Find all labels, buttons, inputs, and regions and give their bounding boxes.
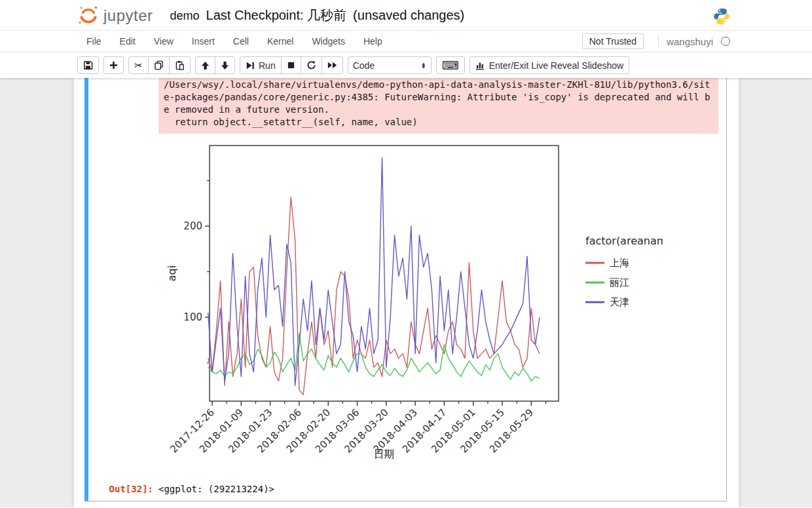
arrow-down-icon xyxy=(221,61,229,70)
menu-insert[interactable]: Insert xyxy=(183,36,224,47)
menu-kernel[interactable]: Kernel xyxy=(258,36,303,47)
move-cell-up-button[interactable] xyxy=(195,56,215,74)
notebook-container: object.__getattribute__(self, name) /Use… xyxy=(74,78,739,507)
svg-text:factor(areaname): factor(areaname) xyxy=(585,235,663,247)
not-trusted-button[interactable]: Not Trusted xyxy=(582,33,644,49)
add-cell-button[interactable] xyxy=(103,56,124,74)
divider xyxy=(658,35,659,48)
selected-code-cell[interactable]: object.__getattribute__(self, name) /Use… xyxy=(84,78,727,501)
slideshow-label: Enter/Exit Live Reveal Slideshow xyxy=(489,60,623,71)
command-palette-button[interactable]: ⌨ xyxy=(436,56,465,74)
stderr-output: object.__getattribute__(self, name) /Use… xyxy=(158,78,718,134)
header: jupyter demo Last Checkpoint: 几秒前 (unsav… xyxy=(0,0,812,31)
unsaved-changes-label: (unsaved changes) xyxy=(353,8,464,23)
move-cell-down-button[interactable] xyxy=(215,56,235,74)
svg-text:天津: 天津 xyxy=(610,296,629,308)
toolbar: ✂ xyxy=(0,52,812,78)
notebook-page: object.__getattribute__(self, name) /Use… xyxy=(0,78,812,507)
aqi-line-chart: 1002002017-12-262018-01-092018-01-232018… xyxy=(158,142,663,466)
select-arrows-icon: ▲▼ xyxy=(421,62,426,69)
interrupt-kernel-button[interactable] xyxy=(281,56,301,74)
cell-type-value: Code xyxy=(353,60,375,71)
output-prompt-empty xyxy=(88,142,158,469)
plus-icon xyxy=(109,61,118,69)
svg-text:上海: 上海 xyxy=(610,257,629,269)
python-logo-icon xyxy=(712,7,731,26)
out-prompt: Out[32]: xyxy=(88,483,158,496)
jupyter-planet-icon xyxy=(77,5,100,26)
arrow-up-icon xyxy=(201,61,210,70)
save-button[interactable] xyxy=(77,56,99,74)
menu-widgets[interactable]: Widgets xyxy=(303,36,354,47)
svg-text:200: 200 xyxy=(183,220,202,232)
svg-text:aqi: aqi xyxy=(166,265,178,281)
restart-kernel-button[interactable] xyxy=(301,56,322,74)
top-bar: jupyter demo Last Checkpoint: 几秒前 (unsav… xyxy=(0,0,812,78)
slideshow-button[interactable]: Enter/Exit Live Reveal Slideshow xyxy=(470,56,629,74)
menu-cell[interactable]: Cell xyxy=(224,36,258,47)
plot-output-row: 1002002017-12-262018-01-092018-01-232018… xyxy=(88,142,726,469)
save-icon xyxy=(83,60,93,70)
notebook-title[interactable]: demo Last Checkpoint: 几秒前 (unsaved chang… xyxy=(170,7,465,24)
copy-cell-button[interactable] xyxy=(148,56,170,74)
svg-text:丽江: 丽江 xyxy=(610,277,629,288)
username-label: wangshuyi xyxy=(667,36,713,47)
menu-right-group: Not Trusted wangshuyi xyxy=(582,33,730,49)
cell-type-select[interactable]: Code ▲▼ xyxy=(348,56,432,74)
step-forward-icon xyxy=(246,61,255,70)
copy-icon xyxy=(154,60,164,70)
fast-forward-icon xyxy=(327,61,337,69)
menu-view[interactable]: View xyxy=(145,36,183,47)
logout-icon[interactable] xyxy=(721,37,730,46)
menu-edit[interactable]: Edit xyxy=(111,36,145,47)
scissors-icon: ✂ xyxy=(134,60,143,70)
menu-help[interactable]: Help xyxy=(354,36,392,47)
checkpoint-status: Last Checkpoint: 几秒前 xyxy=(206,7,347,24)
cut-cell-button[interactable]: ✂ xyxy=(128,56,149,74)
run-cell-button[interactable]: Run xyxy=(240,56,282,74)
stderr-output-row: object.__getattribute__(self, name) /Use… xyxy=(88,78,726,134)
svg-text:100: 100 xyxy=(183,311,202,323)
jupyter-wordmark: jupyter xyxy=(103,8,153,26)
run-label: Run xyxy=(259,60,276,71)
menu-file[interactable]: File xyxy=(77,36,111,47)
svg-text:日期: 日期 xyxy=(374,448,395,460)
notebook-name[interactable]: demo xyxy=(170,9,200,23)
paste-icon xyxy=(175,60,185,70)
restart-run-all-button[interactable] xyxy=(322,56,343,74)
result-output-row: Out[32]: <ggplot: (292213224)> xyxy=(88,483,726,496)
paste-cell-button[interactable] xyxy=(169,56,191,74)
keyboard-icon: ⌨ xyxy=(442,60,459,71)
jupyter-logo[interactable]: jupyter xyxy=(77,5,153,26)
bar-chart-icon xyxy=(475,60,485,70)
out-value: <ggplot: (292213224)> xyxy=(158,483,718,496)
output-prompt-empty xyxy=(88,78,158,134)
restart-icon xyxy=(306,60,316,70)
menu-bar: File Edit View Insert Cell Kernel Widget… xyxy=(0,31,812,52)
stop-icon xyxy=(287,61,295,69)
